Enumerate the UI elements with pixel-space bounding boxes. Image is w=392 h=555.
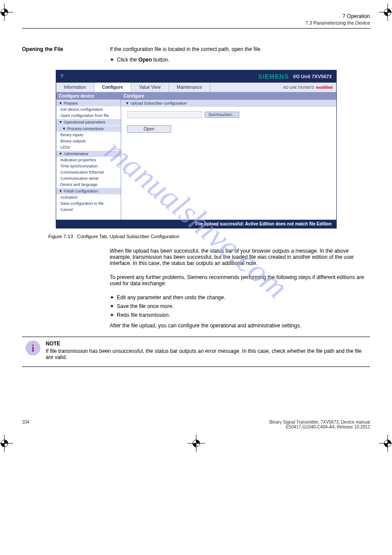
sidebar-item-device-language[interactable]: Device and language	[56, 181, 121, 188]
sidebar-group-administrative[interactable]: ▼ Administrative	[56, 150, 121, 157]
sidebar-item-time-sync[interactable]: Time synchronization	[56, 163, 121, 169]
section-path: 7.3 Parameterizing the Device	[22, 20, 370, 25]
figure-caption: Figure 7-13 Configure Tab, Upload Subscr…	[48, 234, 370, 239]
sidebar-group-process-connections[interactable]: ▼ Process connections	[56, 125, 121, 132]
registration-mark-icon	[379, 435, 392, 452]
diamond-icon: ✦	[110, 312, 117, 318]
status-label: I/O Unit 7XV5673 modified	[283, 85, 336, 90]
tab-maintenance[interactable]: Maintenance	[169, 83, 210, 92]
file-input[interactable]	[127, 111, 202, 118]
sidebar-group-operational[interactable]: ▼ Operational parameters	[56, 119, 121, 125]
main-subheading[interactable]: ▼ Upload Subscriber configuration	[121, 100, 336, 107]
final-paragraph: After the file upload, you can configure…	[110, 323, 370, 329]
sidebar-item-open-config-file[interactable]: Open configuration from file	[56, 112, 121, 119]
page-number: 104	[22, 420, 29, 429]
chapter-title: Operation	[347, 13, 370, 19]
paragraph-1: When file upload has been successful, th…	[110, 248, 370, 266]
browse-button[interactable]: Durchsuchen...	[205, 112, 239, 118]
sidebar-item-get-device-config[interactable]: Get device configuration	[56, 106, 121, 112]
sidebar-item-binary-outputs[interactable]: Binary outputs	[56, 138, 121, 144]
note-rule-bottom	[22, 366, 370, 367]
note-body: If file transmission has been unsuccessf…	[46, 348, 370, 360]
bullet-3: Redo file transmission.	[117, 312, 370, 318]
registration-mark-icon	[187, 435, 205, 452]
screenshot-container: ? SIEMENS I/O Unit 7XV5673 Information C…	[56, 70, 337, 229]
subhead-label: Opening the File	[22, 46, 110, 52]
registration-mark-icon	[379, 4, 392, 21]
sidebar-item-comm-serial[interactable]: Communication serial	[56, 175, 121, 181]
sidebar-item-indication-properties[interactable]: Indication properties	[56, 157, 121, 163]
chapter-num: 7	[342, 13, 345, 19]
status-bar: File upload successful: Active Edition d…	[56, 220, 336, 228]
sidebar-item-leds[interactable]: LEDs	[56, 144, 121, 150]
open-button[interactable]: Open	[127, 125, 171, 133]
sidebar-item-cancel[interactable]: Cancel	[56, 207, 121, 213]
tab-bar: Information Configure Value View Mainten…	[56, 83, 336, 92]
diamond-icon: ✦	[110, 294, 117, 301]
note-rule-top	[22, 337, 370, 337]
sidebar-item-activation[interactable]: Activation	[56, 194, 121, 200]
sidebar-group-finish[interactable]: ▼ Finish configuration	[56, 188, 121, 194]
registration-mark-icon	[0, 435, 13, 452]
unit-label: I/O Unit 7XV5673	[293, 74, 331, 79]
registration-mark-icon	[0, 4, 13, 21]
sidebar-item-save-config[interactable]: Save configuration to file	[56, 200, 121, 207]
sidebar-heading: Configure device	[56, 92, 121, 100]
tab-information[interactable]: Information	[56, 83, 94, 92]
help-icon[interactable]: ?	[61, 73, 64, 80]
pre-screenshot-text: Click the Open button.	[117, 57, 370, 63]
sidebar-group-prepare[interactable]: ▼ Prepare	[56, 100, 121, 106]
bullet-1: Edit any parameter and then undo the cha…	[117, 294, 370, 301]
manual-title: Binary Signal Transmitter, 7XV5673, Devi…	[269, 420, 370, 424]
note-title: NOTE	[46, 341, 370, 347]
sidebar: Configure device ▼ Prepare Get device co…	[56, 92, 121, 220]
paragraph-2: To prevent any further problems, Siemens…	[110, 274, 370, 287]
tab-value-view[interactable]: Value View	[131, 83, 169, 92]
main-panel: Configure ▼ Upload Subscriber configurat…	[121, 92, 336, 220]
brand-logo: SIEMENS	[258, 73, 289, 80]
sidebar-item-comm-ethernet[interactable]: Communication Ethernet	[56, 169, 121, 175]
main-heading: Configure	[121, 92, 336, 100]
info-icon: i	[25, 341, 40, 355]
sidebar-item-binary-inputs[interactable]: Binary inputs	[56, 132, 121, 138]
diamond-icon: ✦	[110, 57, 117, 63]
tab-configure[interactable]: Configure	[94, 83, 131, 92]
subhead-text: If the configuration file is located in …	[110, 46, 370, 52]
bullet-2: Save the file once more.	[117, 303, 370, 309]
manual-rev: E50417-G1040-C484-A4, Release 10.2012	[269, 424, 370, 429]
diamond-icon: ✦	[110, 303, 117, 309]
header-rule	[22, 28, 370, 29]
